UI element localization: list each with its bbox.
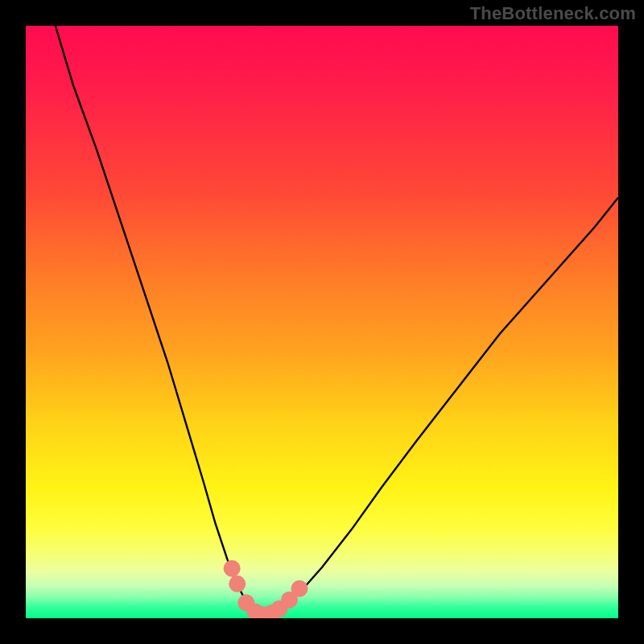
markers-layer (26, 26, 618, 618)
marker-point (229, 576, 246, 592)
plot-area (26, 26, 618, 618)
watermark-text: TheBottleneck.com (470, 3, 636, 24)
marker-point (224, 560, 241, 577)
chart-frame: TheBottleneck.com (0, 0, 644, 644)
marker-point (291, 580, 308, 597)
